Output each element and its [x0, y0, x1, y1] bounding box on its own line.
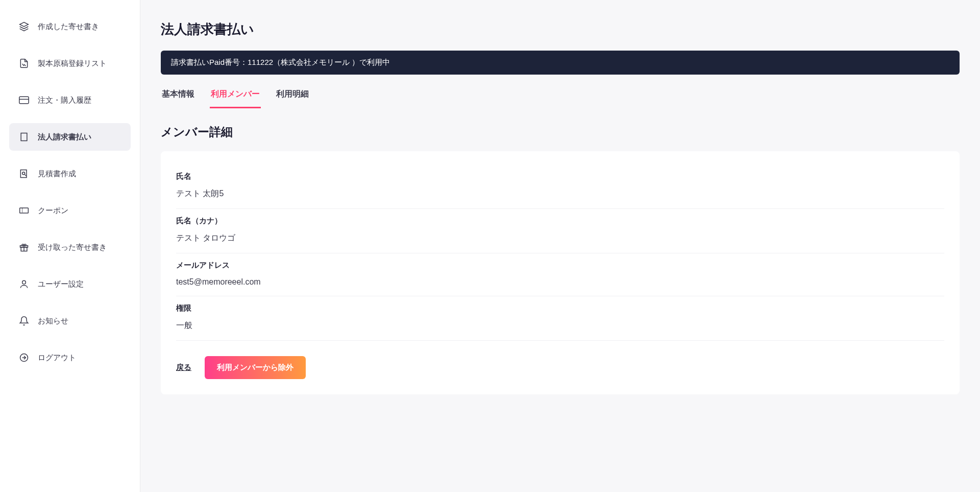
bell-icon — [18, 315, 30, 326]
field-kana: 氏名（カナ） テスト タロウゴ — [176, 209, 944, 253]
user-icon — [18, 278, 30, 290]
svg-rect-3 — [21, 133, 27, 141]
field-value: test5@memoreeel.com — [176, 277, 944, 287]
svg-rect-10 — [20, 170, 27, 178]
sidebar-item-corporate-billing[interactable]: 法人請求書払い — [9, 123, 131, 151]
status-bar: 請求書払いPaid番号：111222（株式会社メモリール ）で利用中 — [161, 51, 960, 75]
sidebar-item-label: 法人請求書払い — [38, 132, 91, 142]
sidebar-item-notifications[interactable]: お知らせ — [9, 307, 131, 335]
sidebar-item-received-yosegaki[interactable]: 受け取った寄せ書き — [9, 233, 131, 261]
main-content: 法人請求書払い 請求書払いPaid番号：111222（株式会社メモリール ）で利… — [140, 0, 980, 492]
tab-basic-info[interactable]: 基本情報 — [161, 85, 195, 108]
file-pdf-icon — [18, 58, 30, 69]
tab-usage-details[interactable]: 利用明細 — [275, 85, 310, 108]
field-value: テスト タロウゴ — [176, 233, 944, 244]
svg-point-18 — [22, 280, 26, 284]
tab-members[interactable]: 利用メンバー — [210, 85, 261, 108]
svg-point-11 — [22, 172, 25, 175]
building-icon — [18, 131, 30, 143]
field-label: 権限 — [176, 303, 944, 313]
actions: 戻る 利用メンバーから除外 — [176, 356, 944, 379]
field-role: 権限 一般 — [176, 296, 944, 341]
stack-icon — [18, 21, 30, 32]
sidebar: 作成した寄せ書き 製本原稿登録リスト 注文・購入履歴 法人請求書払い 見積書作成… — [0, 0, 140, 492]
field-email: メールアドレス test5@memoreeel.com — [176, 253, 944, 296]
field-value: テスト 太朗5 — [176, 189, 944, 199]
svg-rect-1 — [19, 97, 29, 103]
field-name: 氏名 テスト 太朗5 — [176, 165, 944, 209]
sidebar-item-label: 製本原稿登録リスト — [38, 59, 107, 68]
credit-card-icon — [18, 95, 30, 106]
sidebar-item-manuscript-list[interactable]: 製本原稿登録リスト — [9, 50, 131, 77]
sidebar-item-label: ユーザー設定 — [38, 279, 84, 289]
sidebar-item-user-settings[interactable]: ユーザー設定 — [9, 270, 131, 298]
sidebar-item-created-yosegaki[interactable]: 作成した寄せ書き — [9, 13, 131, 40]
sidebar-item-label: ログアウト — [38, 353, 76, 363]
svg-line-12 — [25, 175, 27, 176]
sidebar-item-label: お知らせ — [38, 316, 68, 326]
section-title: メンバー詳細 — [161, 124, 960, 140]
field-label: 氏名 — [176, 172, 944, 181]
sidebar-item-label: 注文・購入履歴 — [38, 96, 91, 105]
remove-member-button[interactable]: 利用メンバーから除外 — [205, 356, 306, 379]
member-card: 氏名 テスト 太朗5 氏名（カナ） テスト タロウゴ メールアドレス test5… — [161, 151, 960, 394]
sidebar-item-label: 受け取った寄せ書き — [38, 243, 107, 252]
sidebar-item-quotation[interactable]: 見積書作成 — [9, 160, 131, 188]
svg-rect-13 — [20, 208, 29, 213]
file-search-icon — [18, 168, 30, 179]
sidebar-item-coupon[interactable]: クーポン — [9, 197, 131, 224]
back-link[interactable]: 戻る — [176, 363, 191, 372]
page-title: 法人請求書払い — [161, 20, 960, 38]
field-value: 一般 — [176, 320, 944, 331]
field-label: 氏名（カナ） — [176, 216, 944, 226]
sidebar-item-label: クーポン — [38, 206, 68, 216]
sidebar-item-label: 作成した寄せ書き — [38, 22, 99, 32]
ticket-icon — [18, 205, 30, 216]
sidebar-item-label: 見積書作成 — [38, 169, 76, 179]
svg-marker-0 — [20, 22, 29, 27]
gift-icon — [18, 242, 30, 253]
field-label: メールアドレス — [176, 261, 944, 270]
sidebar-item-logout[interactable]: ログアウト — [9, 344, 131, 371]
tabs: 基本情報 利用メンバー 利用明細 — [161, 85, 960, 109]
logout-icon — [18, 352, 30, 363]
sidebar-item-order-history[interactable]: 注文・購入履歴 — [9, 86, 131, 114]
